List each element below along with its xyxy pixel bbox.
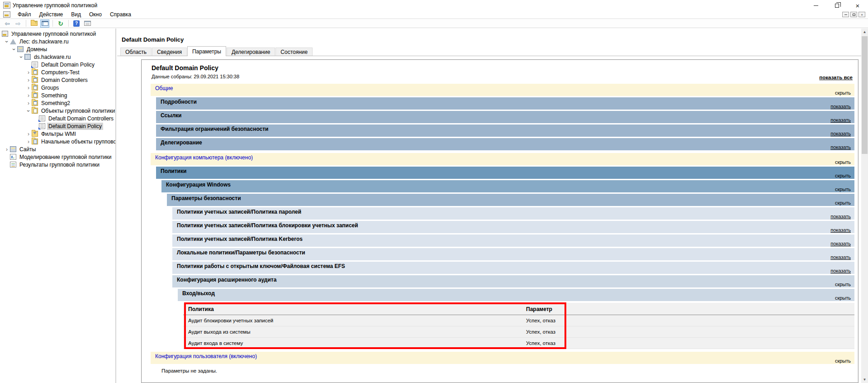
chevron-collapsed-icon[interactable]: › <box>25 85 32 91</box>
show-link[interactable]: показать <box>830 144 851 150</box>
tree-item-something2[interactable]: › Something2 <box>0 99 115 107</box>
tab-delegation[interactable]: Делегирование <box>227 48 275 56</box>
section-local-policies: Локальные политики/Параметры безопасност… <box>172 248 854 260</box>
menu-window[interactable]: Окно <box>85 11 106 19</box>
tab-settings[interactable]: Параметры <box>187 46 226 56</box>
folder-up-icon <box>31 21 38 26</box>
show-link[interactable]: показать <box>830 104 851 109</box>
restore-button[interactable] <box>826 0 847 11</box>
back-arrow-icon: ⇦ <box>5 20 10 27</box>
tree-item-wmi-filters[interactable]: › Фильтры WMI <box>0 130 115 138</box>
column-header-policy: Политика <box>183 306 526 312</box>
tab-strip: Область Сведения Параметры Делегирование… <box>120 46 313 56</box>
hide-link[interactable]: скрыть <box>835 187 851 192</box>
section-computer-configuration: Конфигурация компьютера (включено) скрыт… <box>151 153 854 165</box>
tab-status[interactable]: Состояние <box>275 48 313 56</box>
hide-link[interactable]: скрыть <box>835 295 851 301</box>
domain-icon <box>24 54 31 60</box>
show-console-tree-button[interactable] <box>40 19 49 28</box>
tree-item-forest[interactable]: › Лес: ds.hackware.ru <box>0 38 115 45</box>
tree-item-starter-gpos[interactable]: › Начальные объекты групповой поли <box>0 138 115 145</box>
hide-link[interactable]: скрыть <box>835 200 851 206</box>
chevron-expanded-icon[interactable]: › <box>4 38 10 45</box>
forward-button[interactable]: ⇨ <box>14 19 23 28</box>
menu-file[interactable]: Файл <box>14 11 35 19</box>
child-minimize-button[interactable] <box>842 12 849 17</box>
pane-title: Default Domain Policy <box>122 36 184 43</box>
scroll-down-arrow-icon[interactable]: ▼ <box>861 376 868 383</box>
tree-item-gpo-objects[interactable]: › Объекты групповой политики <box>0 107 115 115</box>
details-pane: Default Domain Policy Область Сведения П… <box>117 29 861 383</box>
hide-link[interactable]: скрыть <box>835 173 851 178</box>
report-header: Default Domain Policy Данные собраны: 29… <box>142 60 858 81</box>
hide-link[interactable]: скрыть <box>835 282 851 287</box>
scrollbar-thumb[interactable] <box>862 36 868 154</box>
audit-settings-table: Политика Параметр Аудит блокировки учетн… <box>183 303 854 349</box>
console-root-icon <box>2 31 8 37</box>
export-list-button[interactable] <box>83 19 92 28</box>
ou-folder-icon <box>32 92 38 98</box>
chevron-expanded-icon[interactable]: › <box>18 54 24 60</box>
back-button[interactable]: ⇦ <box>3 19 12 28</box>
show-link[interactable]: показать <box>830 227 851 233</box>
chevron-collapsed-icon[interactable]: › <box>4 146 10 153</box>
menu-help[interactable]: Справка <box>106 11 135 19</box>
tree-item-gpo-link[interactable]: › Default Domain Policy <box>0 61 115 68</box>
tab-scope[interactable]: Область <box>120 48 152 56</box>
hide-link[interactable]: скрыть <box>835 159 851 165</box>
chevron-collapsed-icon[interactable]: › <box>25 139 32 145</box>
help-icon: ? <box>73 20 80 27</box>
show-link[interactable]: показать <box>830 268 851 273</box>
tree-item-computers-test[interactable]: › Computers-Test <box>0 68 115 76</box>
show-link[interactable]: показать <box>830 214 851 219</box>
tree-item-default-dc-policy[interactable]: › Default Domain Controllers Policy <box>0 115 115 122</box>
show-all-link[interactable]: показать все <box>819 75 853 80</box>
chevron-collapsed-icon[interactable]: › <box>25 69 32 76</box>
chevron-expanded-icon[interactable]: › <box>11 46 17 53</box>
child-restore-button[interactable] <box>850 12 857 17</box>
chevron-expanded-icon[interactable]: › <box>25 108 32 114</box>
tab-details[interactable]: Сведения <box>152 48 187 56</box>
minimize-button[interactable] <box>806 0 826 11</box>
chevron-collapsed-icon[interactable]: › <box>25 131 32 137</box>
menu-action[interactable]: Действие <box>35 11 67 19</box>
ou-folder-icon <box>32 69 38 75</box>
scroll-up-arrow-icon[interactable]: ▲ <box>861 29 868 35</box>
hide-link[interactable]: скрыть <box>835 358 851 364</box>
tree-item-default-domain-policy-selected[interactable]: › Default Domain Policy <box>0 122 115 130</box>
hide-link[interactable]: скрыть <box>835 90 851 96</box>
tree-item-sites[interactable]: › Сайты <box>0 145 115 153</box>
tree-item-domain[interactable]: › ds.hackware.ru <box>0 53 115 61</box>
chevron-collapsed-icon[interactable]: › <box>25 92 32 99</box>
tree-item-something[interactable]: › Something <box>0 91 115 99</box>
section-user-configuration: Конфигурация пользователя (включено) скр… <box>151 352 854 364</box>
table-row: Аудит выхода из системы Успех, отказ <box>183 326 854 338</box>
show-link[interactable]: показать <box>830 131 851 136</box>
menu-view[interactable]: Вид <box>67 11 85 19</box>
up-one-level-button[interactable] <box>29 19 38 28</box>
report-title: Default Domain Policy <box>152 64 218 72</box>
section-links: Ссылки показать <box>156 111 854 123</box>
tree-item-gp-results[interactable]: › Результаты групповой политики <box>0 161 115 168</box>
gpo-icon <box>39 115 45 121</box>
tree-item-domain-controllers[interactable]: › Domain Controllers <box>0 76 115 84</box>
no-settings-text: Параметры не заданы. <box>156 367 854 375</box>
tree-item-domains[interactable]: › Домены <box>0 45 115 53</box>
tree-item-groups[interactable]: › Groups <box>0 84 115 91</box>
ou-folder-icon <box>32 77 38 83</box>
chevron-collapsed-icon[interactable]: › <box>25 77 32 83</box>
show-link[interactable]: показать <box>830 241 851 246</box>
help-button[interactable]: ? <box>72 19 81 28</box>
ou-folder-icon <box>32 100 38 106</box>
child-close-button[interactable]: × <box>859 12 865 17</box>
close-button[interactable]: × <box>847 0 868 11</box>
show-link[interactable]: показать <box>830 254 851 260</box>
console-window-icon <box>3 11 10 18</box>
chevron-collapsed-icon[interactable]: › <box>25 100 32 106</box>
close-icon: × <box>856 2 860 9</box>
refresh-button[interactable]: ↻ <box>56 19 65 28</box>
tree-item-gp-modeling[interactable]: › Моделирование групповой политики <box>0 153 115 161</box>
vertical-scrollbar[interactable]: ▲ ▼ <box>861 29 868 383</box>
tree-item-root[interactable]: Управление групповой политикой <box>0 30 115 38</box>
show-link[interactable]: показать <box>830 117 851 123</box>
